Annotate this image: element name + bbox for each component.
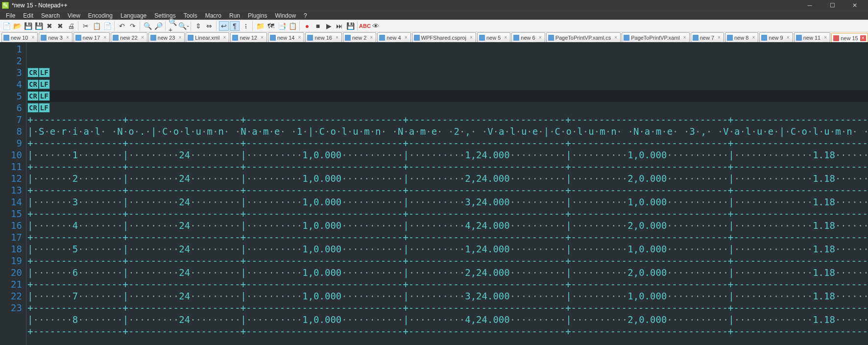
menu-file[interactable]: File bbox=[2, 12, 19, 20]
code-line[interactable]: +----------------+--------------------+-… bbox=[27, 208, 868, 220]
tab-pagetoprintvp-xaml-cs[interactable]: PageToPrintVP.xaml.cs× bbox=[546, 32, 621, 42]
code-line[interactable]: |·S·e·r·i·a·l· ·N·o·.·|·C·o·l·u·m·n· ·N·… bbox=[27, 125, 868, 137]
code-line[interactable]: CRLF bbox=[27, 67, 868, 78]
spellcheck-icon[interactable]: ABC bbox=[360, 21, 370, 31]
code-line[interactable]: |·······6········|·········24·········|·… bbox=[27, 267, 868, 278]
paste-icon[interactable]: 📄 bbox=[102, 21, 112, 31]
tab-new-22[interactable]: new 22× bbox=[111, 32, 147, 42]
code-line[interactable]: +----------------+--------------------+-… bbox=[27, 278, 868, 290]
code-line[interactable]: +----------------+--------------------+-… bbox=[27, 137, 868, 149]
undo-icon[interactable]: ↶ bbox=[117, 21, 127, 31]
tab-new-16[interactable]: new 16× bbox=[305, 32, 341, 42]
menu-search[interactable]: Search bbox=[37, 12, 64, 20]
code-line[interactable]: +----------------+--------------------+-… bbox=[27, 184, 868, 196]
close-icon[interactable]: × bbox=[259, 35, 265, 41]
open-file-icon[interactable]: 📂 bbox=[12, 21, 22, 31]
code-line[interactable]: CRLF bbox=[27, 78, 868, 90]
tab-new-11[interactable]: new 11× bbox=[794, 32, 830, 42]
close-file-icon[interactable]: ✖ bbox=[45, 21, 54, 31]
code-line[interactable]: +----------------+--------------------+-… bbox=[27, 255, 868, 267]
tab-new-2[interactable]: new 2× bbox=[343, 32, 376, 42]
code-line[interactable]: |·······3········|·········24·········|·… bbox=[27, 196, 868, 208]
menu-language[interactable]: Language bbox=[117, 12, 150, 20]
tab-wpfshared-csproj[interactable]: WPFShared.csproj× bbox=[412, 32, 476, 42]
close-icon[interactable]: × bbox=[716, 35, 722, 41]
code-line[interactable]: +----------------+--------------------+-… bbox=[27, 161, 868, 172]
close-icon[interactable]: × bbox=[30, 35, 36, 41]
tab-new-23[interactable]: new 23× bbox=[148, 32, 185, 42]
cut-icon[interactable]: ✂ bbox=[81, 21, 91, 31]
close-icon[interactable]: × bbox=[750, 35, 756, 41]
folder-tree-icon[interactable]: 📁 bbox=[255, 21, 265, 31]
find-icon[interactable]: 🔍 bbox=[143, 21, 152, 31]
tab-new-15[interactable]: new 15× bbox=[831, 33, 868, 42]
close-icon[interactable]: × bbox=[334, 35, 340, 41]
code-line[interactable]: |·······7········|·········24·········|·… bbox=[27, 290, 868, 302]
menu-edit[interactable]: Edit bbox=[19, 12, 37, 20]
close-icon[interactable]: × bbox=[102, 35, 108, 41]
close-button[interactable]: ✕ bbox=[844, 0, 866, 10]
menu-tools[interactable]: Tools bbox=[180, 12, 201, 20]
show-all-chars-icon[interactable]: ¶ bbox=[230, 21, 240, 31]
code-line[interactable]: CRLF bbox=[27, 90, 868, 102]
editor[interactable]: 1234567891011121314151617181920212223 CR… bbox=[0, 42, 868, 345]
menu-encoding[interactable]: Encoding bbox=[84, 12, 117, 20]
zoom-in-icon[interactable]: 🔍+ bbox=[168, 21, 178, 31]
tab-new-14[interactable]: new 14× bbox=[268, 32, 304, 42]
close-icon[interactable]: × bbox=[177, 35, 183, 41]
code-line[interactable]: +----------------+--------------------+-… bbox=[27, 302, 868, 314]
close-all-icon[interactable]: ✖ bbox=[55, 21, 65, 31]
redo-icon[interactable]: ↷ bbox=[128, 21, 138, 31]
close-icon[interactable]: × bbox=[468, 35, 474, 41]
close-icon[interactable]: × bbox=[503, 35, 508, 41]
close-icon[interactable]: × bbox=[403, 35, 409, 41]
code-line[interactable]: |·······1········|·········24·········|·… bbox=[27, 149, 868, 161]
record-macro-icon[interactable]: ● bbox=[302, 21, 312, 31]
maximize-button[interactable]: ☐ bbox=[821, 0, 844, 10]
sync-h-icon[interactable]: ⇔ bbox=[204, 21, 214, 31]
replace-icon[interactable]: 🔎 bbox=[153, 21, 163, 31]
code-line[interactable]: |·······5········|·········24·········|·… bbox=[27, 243, 868, 255]
menu-[interactable]: ? bbox=[300, 12, 311, 20]
play-multi-icon[interactable]: ⏭ bbox=[335, 21, 344, 31]
close-icon[interactable]: × bbox=[682, 35, 688, 41]
tab-new-10[interactable]: new 10× bbox=[1, 32, 38, 42]
doc-map-icon[interactable]: 🗺 bbox=[266, 21, 276, 31]
close-icon[interactable]: × bbox=[221, 35, 227, 41]
code-line[interactable]: +----------------+--------------------+-… bbox=[27, 114, 868, 125]
doc-list-icon[interactable]: 📋 bbox=[288, 21, 297, 31]
code-line[interactable]: |·······4········|·········24·········|·… bbox=[27, 220, 868, 231]
tab-pagetoprintvp-xaml[interactable]: PageToPrintVP.xaml× bbox=[622, 32, 689, 42]
print-icon[interactable]: 🖨 bbox=[66, 21, 76, 31]
minimize-button[interactable]: ─ bbox=[798, 0, 821, 10]
code-line[interactable]: +----------------+--------------------+-… bbox=[27, 231, 868, 243]
new-file-icon[interactable]: 📄 bbox=[1, 21, 11, 31]
menu-window[interactable]: Window bbox=[271, 12, 300, 20]
code-line[interactable]: |·······8········|·········24·········|·… bbox=[27, 314, 868, 325]
close-icon[interactable]: × bbox=[785, 35, 791, 41]
tab-new-17[interactable]: new 17× bbox=[73, 32, 110, 42]
close-icon[interactable]: × bbox=[368, 35, 374, 41]
tab-new-5[interactable]: new 5× bbox=[477, 32, 510, 42]
wordwrap-icon[interactable]: ↩ bbox=[219, 21, 229, 31]
close-icon[interactable]: × bbox=[860, 35, 866, 41]
tab-new-3[interactable]: new 3× bbox=[39, 32, 72, 42]
tab-new-9[interactable]: new 9× bbox=[759, 32, 793, 42]
close-icon[interactable]: × bbox=[296, 35, 302, 41]
indent-guide-icon[interactable]: ⫶ bbox=[241, 21, 250, 31]
copy-icon[interactable]: 📋 bbox=[92, 21, 101, 31]
stop-macro-icon[interactable]: ■ bbox=[313, 21, 323, 31]
code-line[interactable]: CRLF bbox=[27, 102, 868, 114]
sync-v-icon[interactable]: ⇕ bbox=[193, 21, 203, 31]
close-icon[interactable]: × bbox=[537, 35, 543, 41]
tab-new-12[interactable]: new 12× bbox=[230, 32, 266, 42]
close-icon[interactable]: × bbox=[613, 35, 619, 41]
tab-new-8[interactable]: new 8× bbox=[725, 32, 758, 42]
monitor-icon[interactable]: 👁 bbox=[371, 21, 381, 31]
tab-new-7[interactable]: new 7× bbox=[691, 32, 724, 42]
func-list-icon[interactable]: 📑 bbox=[277, 21, 287, 31]
code-line[interactable]: |·······2········|·········24·········|·… bbox=[27, 172, 868, 184]
close-icon[interactable]: × bbox=[65, 35, 71, 41]
code-area[interactable]: CRLFCRLFCRLFCRLF+----------------+------… bbox=[26, 42, 868, 345]
zoom-out-icon[interactable]: 🔍- bbox=[179, 21, 189, 31]
